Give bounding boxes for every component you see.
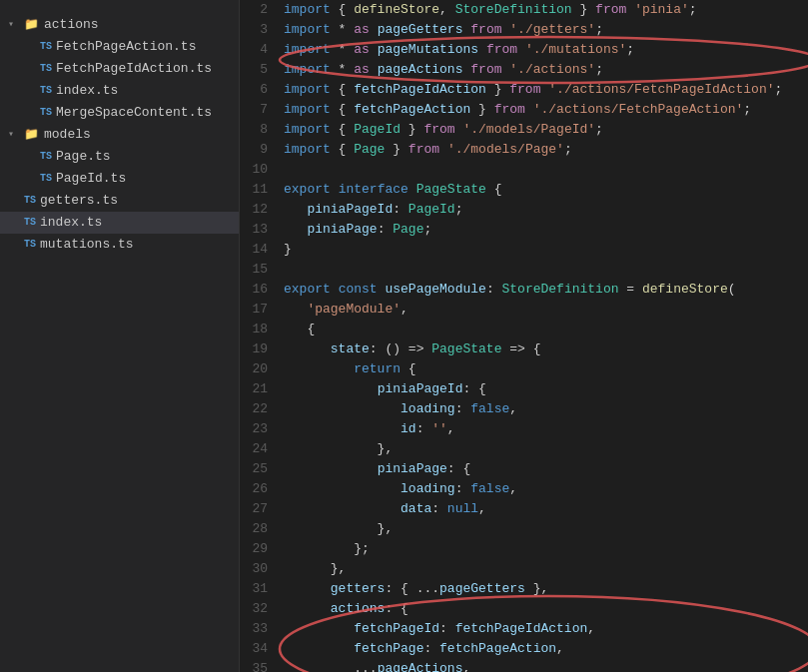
token: pageMutations [378, 42, 478, 57]
code-line-22: 22 loading: false, [240, 399, 808, 419]
token [284, 401, 401, 416]
line-number: 5 [240, 60, 280, 80]
line-number: 9 [240, 140, 280, 160]
sidebar-item-fetch-page-action[interactable]: TSFetchPageAction.ts [0, 36, 239, 58]
line-content: import * as pageMutations from './mutati… [280, 40, 808, 60]
code-line-32: 32 actions: { [240, 599, 808, 619]
token: fetchPageAction [354, 102, 470, 117]
token: { [331, 102, 354, 117]
token: { [331, 122, 354, 137]
sidebar-item-index-ts-actions[interactable]: TSindex.ts [0, 80, 239, 102]
token: import [284, 42, 331, 57]
token: PageId [408, 202, 455, 217]
sidebar-item-models-folder[interactable]: ▾📁models [0, 124, 239, 146]
line-content: return { [280, 359, 808, 379]
token: pageGetters [378, 22, 463, 37]
token: { [331, 142, 354, 157]
token: * [331, 42, 354, 57]
token: state [331, 341, 370, 356]
line-number: 28 [240, 519, 280, 539]
line-number: 27 [240, 499, 280, 519]
folder-icon: 📁 [24, 124, 44, 146]
token [478, 42, 486, 57]
token: { [331, 2, 354, 17]
token: : [439, 621, 455, 636]
line-content: piniaPage: Page; [280, 220, 808, 240]
sidebar-item-fetch-page-id-action[interactable]: TSFetchPageIdAction.ts [0, 58, 239, 80]
token: : [378, 222, 394, 237]
token: './models/PageId' [462, 122, 595, 137]
token: pageActions [378, 661, 463, 672]
token: import [284, 142, 331, 157]
sidebar-item-merge-space-content[interactable]: TSMergeSpaceContent.ts [0, 102, 239, 124]
sidebar-item-mutations-ts[interactable]: TSmutations.ts [0, 234, 239, 256]
line-number: 4 [240, 40, 280, 60]
token: ... [284, 661, 378, 672]
line-content: }, [280, 439, 808, 459]
token: } [572, 2, 595, 17]
token: defineStore [642, 282, 728, 297]
token: , [556, 641, 564, 656]
token: usePageModule [385, 282, 485, 297]
code-line-33: 33 fetchPageId: fetchPageIdAction, [240, 619, 808, 639]
ts-badge: TS [40, 102, 52, 124]
token: const [339, 282, 378, 297]
token: 'pageModule' [307, 302, 401, 317]
token: : { [447, 461, 470, 476]
line-content: state: () => PageState => { [280, 339, 808, 359]
token: './actions/FetchPageAction' [533, 102, 744, 117]
line-number: 7 [240, 100, 280, 120]
token: ; [595, 62, 603, 77]
token: export [284, 282, 331, 297]
token: Page [354, 142, 385, 157]
line-number: 22 [240, 399, 280, 419]
line-number: 18 [240, 320, 280, 339]
line-content: import * as pageActions from './actions'… [280, 60, 808, 80]
code-line-10: 10 [240, 160, 808, 180]
sidebar-item-actions-folder[interactable]: ▾📁actions [0, 14, 239, 36]
token [284, 581, 331, 596]
line-content: id: '', [280, 419, 808, 439]
code-line-34: 34 fetchPage: fetchPageAction, [240, 639, 808, 659]
line-content: import { PageId } from './models/PageId'… [280, 120, 808, 140]
line-content: getters: { ...pageGetters }, [280, 579, 808, 599]
token: StoreDefinition [455, 2, 572, 17]
line-number: 30 [240, 559, 280, 579]
token [331, 282, 339, 297]
token: './mutations' [525, 42, 626, 57]
line-number: 26 [240, 479, 280, 499]
token: getters [331, 581, 386, 596]
token: { [401, 361, 416, 376]
token: false [470, 481, 509, 496]
token: } [284, 242, 292, 257]
sidebar-item-getters-ts[interactable]: TSgetters.ts [0, 190, 239, 212]
sidebar-item-label: Page.ts [56, 146, 239, 168]
code-line-17: 17 'pageModule', [240, 300, 808, 320]
token: import [284, 2, 331, 17]
token [284, 202, 307, 217]
token: as [354, 42, 370, 57]
sidebar-item-page-id-ts[interactable]: TSPageId.ts [0, 168, 239, 190]
line-number: 11 [240, 180, 280, 200]
line-number: 13 [240, 220, 280, 240]
sidebar-item-index-ts-root[interactable]: TSindex.ts [0, 212, 239, 234]
line-number: 16 [240, 280, 280, 300]
token: './getters' [509, 22, 595, 37]
token [284, 501, 401, 516]
token: defineStore [354, 2, 439, 17]
sidebar-item-label: index.ts [40, 212, 239, 234]
code-line-18: 18 { [240, 320, 808, 339]
line-number: 12 [240, 200, 280, 220]
line-content: piniaPageId: { [280, 379, 808, 399]
code-line-6: 6import { fetchPageIdAction } from './ac… [240, 80, 808, 100]
token: fetchPageId [354, 621, 439, 636]
sidebar-item-page-ts[interactable]: TSPage.ts [0, 146, 239, 168]
token: export [284, 182, 331, 197]
line-content: ...pageActions, [280, 659, 808, 672]
sidebar-item-label: MergeSpaceContent.ts [56, 102, 239, 124]
token: '' [431, 421, 447, 436]
code-line-8: 8import { PageId } from './models/PageId… [240, 120, 808, 140]
line-number: 29 [240, 539, 280, 559]
line-number: 10 [240, 160, 280, 180]
token: => { [501, 341, 540, 356]
